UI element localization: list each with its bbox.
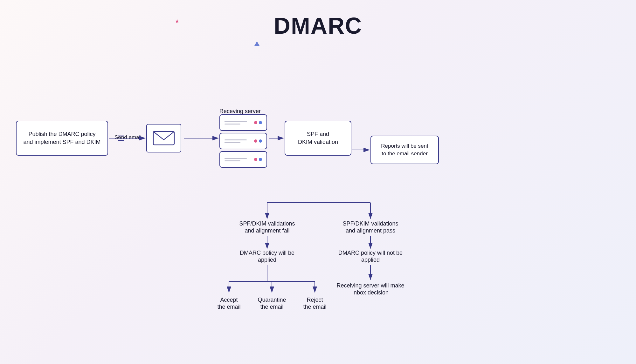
dot-blue-1: [259, 121, 262, 124]
svg-text:DMARC policy will be: DMARC policy will be: [240, 250, 294, 256]
svg-text:DMARC policy will not be: DMARC policy will not be: [338, 250, 403, 256]
svg-text:Accept: Accept: [220, 297, 238, 303]
svg-text:and alignment pass: and alignment pass: [346, 227, 395, 234]
receiving-server-label: Receving server: [219, 108, 261, 115]
page-wrapper: DMARC Receving server Publish the DMARC …: [0, 0, 636, 364]
svg-text:and alignment fail: and alignment fail: [245, 227, 289, 234]
dot-blue-2: [259, 139, 262, 143]
reports-label: Reports will be sentto the email sender: [381, 142, 428, 158]
send-email-label: Send email: [114, 134, 142, 141]
spf-dkim-box: SPF andDKIM validation: [285, 121, 351, 156]
svg-text:SPF/DKIM validations: SPF/DKIM validations: [342, 220, 398, 227]
page-title: DMARC: [19, 13, 617, 39]
dot-pink-2: [254, 139, 257, 143]
svg-text:Receiving server will make: Receiving server will make: [336, 282, 404, 289]
server-unit-2: [219, 133, 267, 149]
svg-text:the email: the email: [303, 304, 326, 310]
publish-label: Publish the DMARC policyand implement SP…: [23, 130, 100, 146]
dot-pink-3: [254, 158, 257, 161]
diagram: Receving server Publish the DMARC policy…: [0, 51, 636, 364]
reports-box: Reports will be sentto the email sender: [370, 136, 439, 164]
svg-text:inbox decision: inbox decision: [352, 289, 389, 296]
svg-text:applied: applied: [361, 257, 380, 263]
server-unit-3: [219, 151, 267, 168]
svg-text:Reject: Reject: [307, 297, 323, 303]
svg-text:applied: applied: [258, 257, 276, 263]
deco-triangle-icon: [254, 41, 259, 46]
server-unit-1: [219, 114, 267, 131]
title-section: DMARC: [19, 13, 617, 39]
spf-dkim-label: SPF andDKIM validation: [298, 130, 338, 146]
dot-pink-1: [254, 121, 257, 124]
svg-text:the email: the email: [260, 304, 283, 310]
flow-arrows: SPF/DKIM validations and alignment fail …: [0, 51, 636, 364]
svg-text:Quarantine: Quarantine: [258, 297, 286, 303]
svg-text:SPF/DKIM validations: SPF/DKIM validations: [239, 220, 295, 227]
dot-blue-3: [259, 158, 262, 161]
publish-box: Publish the DMARC policyand implement SP…: [16, 121, 108, 156]
svg-text:the email: the email: [217, 304, 240, 310]
server-stack: [219, 114, 267, 168]
envelope-icon: [146, 124, 181, 152]
